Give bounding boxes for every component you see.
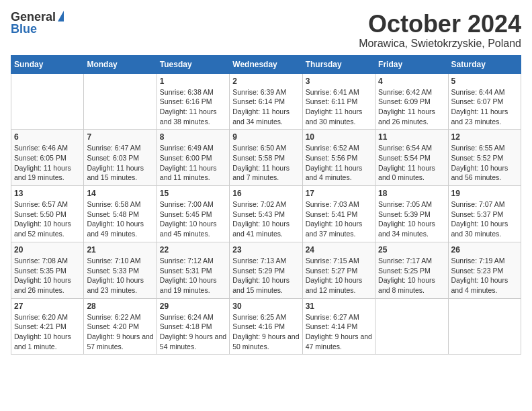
calendar-cell: 13Sunrise: 6:57 AMSunset: 5:50 PMDayligh… (11, 186, 84, 242)
day-detail: Sunrise: 6:47 AMSunset: 6:03 PMDaylight:… (87, 143, 153, 183)
logo: General Blue (11, 11, 64, 35)
calendar-cell: 9Sunrise: 6:50 AMSunset: 5:58 PMDaylight… (230, 130, 302, 186)
day-detail: Sunrise: 7:13 AMSunset: 5:29 PMDaylight:… (232, 256, 299, 295)
calendar-cell: 14Sunrise: 6:58 AMSunset: 5:48 PMDayligh… (84, 186, 157, 242)
day-detail: Sunrise: 6:49 AMSunset: 6:00 PMDaylight:… (160, 143, 226, 183)
day-detail: Sunrise: 6:58 AMSunset: 5:48 PMDaylight:… (87, 199, 153, 239)
calendar-cell: 19Sunrise: 7:07 AMSunset: 5:37 PMDayligh… (448, 186, 521, 242)
calendar-cell: 25Sunrise: 7:17 AMSunset: 5:25 PMDayligh… (375, 242, 448, 298)
calendar-cell (11, 73, 84, 130)
calendar-cell: 17Sunrise: 7:03 AMSunset: 5:41 PMDayligh… (302, 186, 375, 242)
day-detail: Sunrise: 6:22 AMSunset: 4:20 PMDaylight:… (87, 312, 153, 352)
calendar-cell: 4Sunrise: 6:42 AMSunset: 6:09 PMDaylight… (375, 73, 448, 130)
day-detail: Sunrise: 7:19 AMSunset: 5:23 PMDaylight:… (451, 256, 518, 295)
day-number: 18 (378, 189, 445, 198)
day-detail: Sunrise: 6:27 AMSunset: 4:14 PMDaylight:… (306, 312, 372, 352)
logo-blue-text: Blue (11, 23, 37, 35)
day-detail: Sunrise: 6:39 AMSunset: 6:14 PMDaylight:… (232, 87, 299, 127)
day-number: 3 (306, 77, 372, 86)
logo-general-text: General (11, 11, 56, 23)
day-detail: Sunrise: 6:42 AMSunset: 6:09 PMDaylight:… (378, 87, 445, 127)
day-number: 7 (87, 132, 153, 142)
day-number: 4 (378, 77, 445, 86)
day-detail: Sunrise: 7:15 AMSunset: 5:27 PMDaylight:… (306, 256, 372, 295)
day-number: 28 (87, 302, 153, 311)
calendar-cell: 12Sunrise: 6:55 AMSunset: 5:52 PMDayligh… (448, 130, 521, 186)
calendar-cell: 15Sunrise: 7:00 AMSunset: 5:45 PMDayligh… (157, 186, 229, 242)
calendar-week-row: 6Sunrise: 6:46 AMSunset: 6:05 PMDaylight… (11, 130, 521, 186)
weekday-header: Sunday (11, 55, 84, 73)
day-detail: Sunrise: 6:52 AMSunset: 5:56 PMDaylight:… (306, 143, 372, 183)
day-number: 11 (378, 132, 445, 142)
calendar-cell: 5Sunrise: 6:44 AMSunset: 6:07 PMDaylight… (448, 73, 521, 130)
calendar-cell: 27Sunrise: 6:20 AMSunset: 4:21 PMDayligh… (11, 298, 84, 355)
calendar-cell: 23Sunrise: 7:13 AMSunset: 5:29 PMDayligh… (230, 242, 302, 298)
day-number: 1 (160, 77, 226, 86)
day-detail: Sunrise: 6:24 AMSunset: 4:18 PMDaylight:… (160, 312, 226, 352)
day-detail: Sunrise: 7:03 AMSunset: 5:41 PMDaylight:… (306, 199, 372, 239)
calendar-cell: 18Sunrise: 7:05 AMSunset: 5:39 PMDayligh… (375, 186, 448, 242)
day-detail: Sunrise: 6:38 AMSunset: 6:16 PMDaylight:… (160, 87, 226, 127)
calendar-header-row: SundayMondayTuesdayWednesdayThursdayFrid… (11, 55, 521, 73)
calendar-cell: 21Sunrise: 7:10 AMSunset: 5:33 PMDayligh… (84, 242, 157, 298)
day-detail: Sunrise: 7:00 AMSunset: 5:45 PMDaylight:… (160, 199, 226, 239)
calendar-cell: 30Sunrise: 6:25 AMSunset: 4:16 PMDayligh… (230, 298, 302, 355)
calendar-cell: 22Sunrise: 7:12 AMSunset: 5:31 PMDayligh… (157, 242, 229, 298)
calendar-cell: 24Sunrise: 7:15 AMSunset: 5:27 PMDayligh… (302, 242, 375, 298)
day-detail: Sunrise: 6:50 AMSunset: 5:58 PMDaylight:… (232, 143, 299, 183)
weekday-header: Monday (84, 55, 157, 73)
day-number: 24 (306, 245, 372, 255)
day-number: 8 (160, 132, 226, 142)
calendar-subtitle: Morawica, Swietokrzyskie, Poland (359, 38, 521, 50)
calendar-cell: 11Sunrise: 6:54 AMSunset: 5:54 PMDayligh… (375, 130, 448, 186)
day-number: 19 (451, 189, 518, 198)
day-number: 21 (87, 245, 153, 255)
calendar-cell: 3Sunrise: 6:41 AMSunset: 6:11 PMDaylight… (302, 73, 375, 130)
calendar-cell (375, 298, 448, 355)
day-number: 20 (14, 245, 81, 255)
day-detail: Sunrise: 6:25 AMSunset: 4:16 PMDaylight:… (232, 312, 299, 352)
calendar-week-row: 13Sunrise: 6:57 AMSunset: 5:50 PMDayligh… (11, 186, 521, 242)
day-detail: Sunrise: 7:08 AMSunset: 5:35 PMDaylight:… (14, 256, 81, 295)
calendar-title: October 2024 (359, 11, 521, 38)
calendar-cell: 6Sunrise: 6:46 AMSunset: 6:05 PMDaylight… (11, 130, 84, 186)
day-detail: Sunrise: 7:02 AMSunset: 5:43 PMDaylight:… (232, 199, 299, 239)
day-number: 2 (232, 77, 299, 86)
day-number: 30 (232, 302, 299, 311)
calendar-week-row: 27Sunrise: 6:20 AMSunset: 4:21 PMDayligh… (11, 298, 521, 355)
weekday-header: Tuesday (157, 55, 229, 73)
day-number: 17 (306, 189, 372, 198)
logo-triangle-icon (58, 11, 64, 21)
title-block: October 2024 Morawica, Swietokrzyskie, P… (359, 11, 521, 50)
calendar-cell: 2Sunrise: 6:39 AMSunset: 6:14 PMDaylight… (230, 73, 302, 130)
day-number: 27 (14, 302, 81, 311)
calendar-cell: 20Sunrise: 7:08 AMSunset: 5:35 PMDayligh… (11, 242, 84, 298)
weekday-header: Wednesday (230, 55, 302, 73)
day-number: 26 (451, 245, 518, 255)
day-detail: Sunrise: 6:54 AMSunset: 5:54 PMDaylight:… (378, 143, 445, 183)
day-detail: Sunrise: 6:20 AMSunset: 4:21 PMDaylight:… (14, 312, 81, 352)
weekday-header: Saturday (448, 55, 521, 73)
day-number: 31 (306, 302, 372, 311)
day-detail: Sunrise: 7:12 AMSunset: 5:31 PMDaylight:… (160, 256, 226, 295)
day-number: 15 (160, 189, 226, 198)
day-number: 23 (232, 245, 299, 255)
day-number: 13 (14, 189, 81, 198)
day-detail: Sunrise: 7:07 AMSunset: 5:37 PMDaylight:… (451, 199, 518, 239)
weekday-header: Friday (375, 55, 448, 73)
calendar-cell: 7Sunrise: 6:47 AMSunset: 6:03 PMDaylight… (84, 130, 157, 186)
day-detail: Sunrise: 6:46 AMSunset: 6:05 PMDaylight:… (14, 143, 81, 183)
day-detail: Sunrise: 7:10 AMSunset: 5:33 PMDaylight:… (87, 256, 153, 295)
day-number: 25 (378, 245, 445, 255)
calendar-cell: 31Sunrise: 6:27 AMSunset: 4:14 PMDayligh… (302, 298, 375, 355)
calendar-cell: 8Sunrise: 6:49 AMSunset: 6:00 PMDaylight… (157, 130, 229, 186)
calendar-cell: 1Sunrise: 6:38 AMSunset: 6:16 PMDaylight… (157, 73, 229, 130)
day-number: 16 (232, 189, 299, 198)
day-number: 14 (87, 189, 153, 198)
day-number: 10 (306, 132, 372, 142)
calendar-cell: 28Sunrise: 6:22 AMSunset: 4:20 PMDayligh… (84, 298, 157, 355)
day-detail: Sunrise: 6:57 AMSunset: 5:50 PMDaylight:… (14, 199, 81, 239)
calendar-cell: 26Sunrise: 7:19 AMSunset: 5:23 PMDayligh… (448, 242, 521, 298)
day-detail: Sunrise: 6:41 AMSunset: 6:11 PMDaylight:… (306, 87, 372, 127)
day-number: 6 (14, 132, 81, 142)
